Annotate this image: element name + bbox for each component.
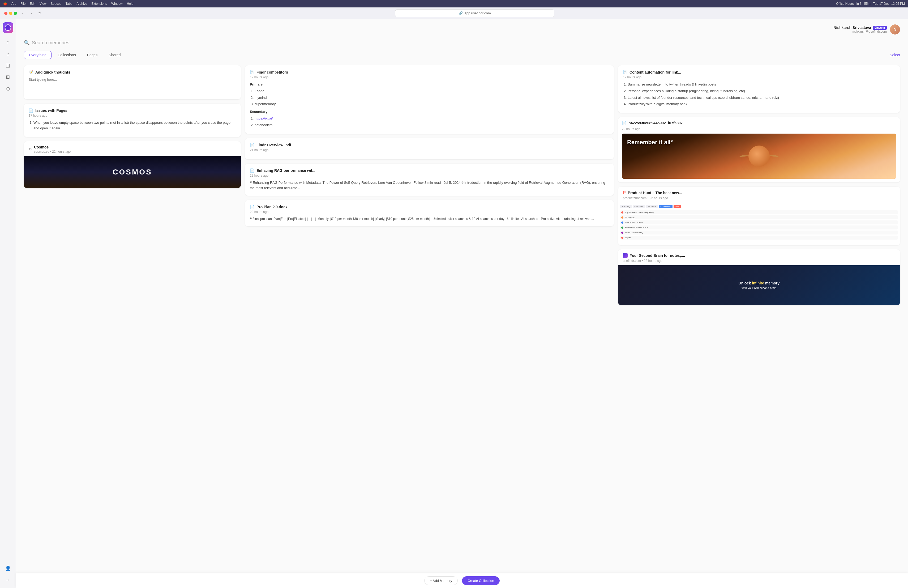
mac-toolbar: 🍎 Arc File Edit View Spaces Tabs Archive… [0,0,908,7]
pro-plan-title: Pro Plan 2.0.docx [256,205,288,209]
sidebar-home-icon[interactable]: ⌂ [3,49,13,58]
bottom-bar: + Add Memory Create Collection [16,573,908,588]
pro-plan-card: 📄 Pro Plan 2.0.docx 22 hours ago # Final… [245,200,614,226]
browser-chrome: ‹ › ↻ 🔗 app.usefindr.com [0,7,908,19]
pro-plan-time: 22 hours ago [250,210,609,214]
ph-title: Product Hunt – The best new... [628,191,682,195]
archive-menu[interactable]: Archive [76,2,87,6]
spaces-menu[interactable]: Spaces [51,2,61,6]
tab-everything[interactable]: Everything [24,51,52,59]
minimize-button[interactable] [9,12,12,15]
extensions-menu[interactable]: Extensions [91,2,107,6]
findr-competitors-title: Findr competitors [256,70,288,74]
maximize-button[interactable] [14,12,17,15]
content-automation-body: Summarise newsletter into twitter thread… [623,82,895,107]
brain-title: Your Second Brain for notes,.... [630,253,685,258]
list-item: Summarise newsletter into twitter thread… [628,82,895,87]
findr-competitors-body: Primary Fabric mymind supermemory Second… [250,82,609,128]
cosmos-image-text: COSMOS [113,168,152,176]
brain-overlay-text: Unlock infinite memory with your (AI) se… [739,281,780,290]
findr-overview-card: 📄 Findr Overview .pdf 21 hours ago [245,138,614,159]
sidebar-grid-icon[interactable]: ⊞ [3,72,13,82]
create-collection-button[interactable]: Create Collection [462,576,500,585]
sidebar-history-icon[interactable]: ◷ [3,84,13,93]
select-button[interactable]: Select [890,53,900,57]
iki-link[interactable]: https://iki.ai/ [254,116,273,120]
list-item: Latest ai news, list of founder resource… [628,95,895,101]
url-display: app.usefindr.com [464,11,491,15]
issues-body: When you leave empty space between two p… [29,120,236,131]
doc-icon: 📄 [250,70,254,74]
ph-row: New analytics tools [620,221,898,224]
tab-shared[interactable]: Shared [103,51,126,59]
help-menu[interactable]: Help [127,2,134,6]
back-button[interactable]: ‹ [20,11,26,16]
add-memory-button[interactable]: + Add Memory [424,576,458,585]
ph-row: Zapier [620,235,898,240]
secondary-section: Secondary [250,109,609,115]
saturn-doc-icon: 📄 [622,121,626,125]
sidebar-layers-icon[interactable]: ◫ [3,61,13,70]
list-item: https://iki.ai/ [254,116,609,121]
user-email: nishkarsh@usefindr.com [833,30,887,34]
add-thoughts-input[interactable] [29,77,236,93]
cosmos-source: cosmos.so • 22 hours ago [34,150,71,153]
list-item: supermemory [254,101,609,107]
ph-row: Simpleapp [620,215,898,219]
ph-icon: P [623,190,626,195]
cosmos-card: ⚙ Cosmos cosmos.so • 22 hours ago COSMOS [24,141,241,188]
app-layout: ↑ ⌂ ◫ ⊞ ◷ 👤 → Nishkarsh Srivastava Einst… [0,19,908,588]
primary-section: Primary [250,82,609,87]
ph-source: producthunt.com • 22 hours ago [623,196,895,200]
app-name[interactable]: Arc [11,2,16,6]
tabs-menu[interactable]: Tabs [66,2,72,6]
list-item: notebooklm [254,122,609,128]
list-item: mymind [254,95,609,101]
favicon-icon: 🔗 [459,11,463,15]
content-automation-title: Content automation for link... [629,70,681,74]
page-icon: 📄 [29,108,33,113]
user-name-text: Nishkarsh Srivastava [833,26,871,30]
tab-pages[interactable]: Pages [82,51,103,59]
saturn-planet [749,145,770,167]
issues-title: Issues with Pages [35,108,68,113]
saturn-time: 22 hours ago [622,127,896,131]
view-menu[interactable]: View [40,2,47,6]
search-input[interactable] [32,40,111,46]
avatar[interactable]: N [890,24,900,34]
sidebar-upload-icon[interactable]: ↑ [3,37,13,47]
forward-button[interactable]: › [29,11,34,16]
address-bar[interactable]: 🔗 app.usefindr.com [395,9,554,17]
search-icon: 🔍 [24,40,30,46]
saturn-image: Remember it all° [622,134,896,179]
page-header: Nishkarsh Srivastava Einstein nishkarsh@… [24,24,900,34]
rag-body: # Enhancing RAG Performance with Metadat… [250,180,609,191]
edit-icon: 📝 [29,70,33,74]
saturn-title: b4225930c0894459921f07fe807 [628,121,683,125]
close-button[interactable] [4,12,7,15]
sidebar-signout-icon[interactable]: → [3,575,13,585]
add-thoughts-card: 📝 Add quick thoughts [24,65,241,99]
window-menu[interactable]: Window [111,2,123,6]
ph-screenshot: Trending Launches Products Collections N… [618,203,900,245]
clock: Tue 17 Dec. 12:05 PM [873,2,905,6]
list-item: Fabric [254,89,609,94]
saturn-card: 📄 b4225930c0894459921f07fe807 22 hours a… [618,117,900,182]
cosmos-image: COSMOS [24,156,241,188]
issues-with-pages-card: 📄 Issues with Pages 17 hours ago When yo… [24,103,241,137]
edit-menu[interactable]: Edit [30,2,35,6]
refresh-button[interactable]: ↻ [37,11,42,16]
user-info: Nishkarsh Srivastava Einstein nishkarsh@… [833,24,900,34]
rag-doc-icon: 📄 [250,168,254,172]
app-logo[interactable] [3,22,13,33]
findr-overview-time: 21 hours ago [250,148,609,152]
list-item: Productivity with a digital memory bank [628,101,895,107]
content-doc-icon: 📄 [623,70,627,74]
list-item: When you leave empty space between two p… [34,120,236,131]
tab-collections[interactable]: Collections [53,51,81,59]
apple-menu[interactable]: 🍎 [3,2,7,6]
pro-plan-body: # Final pro plan |Plan|Free|Pro|Einstein… [250,216,609,221]
file-menu[interactable]: File [21,2,26,6]
add-thoughts-title-text: Add quick thoughts [35,70,70,74]
sidebar-user-icon[interactable]: 👤 [3,564,13,573]
